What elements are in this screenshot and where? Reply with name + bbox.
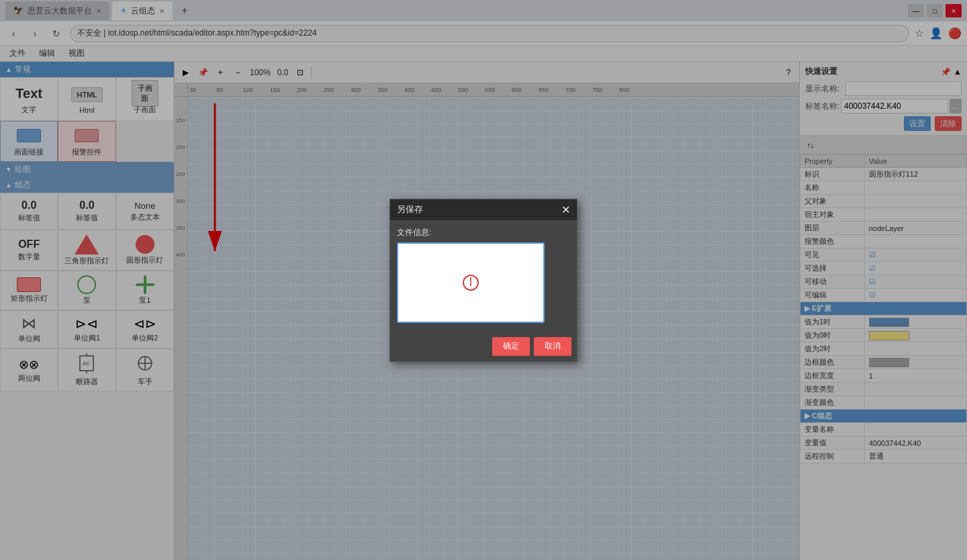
modal-overlay[interactable]: 另保存 ✕ 文件信息: I 确定 取消 <box>0 0 967 560</box>
modal-body: 文件信息: I <box>390 220 577 332</box>
textarea-container: I <box>397 242 545 323</box>
file-info-label: 文件信息: <box>397 227 570 238</box>
file-info-textarea[interactable] <box>397 242 545 323</box>
modal-cancel-button[interactable]: 取消 <box>534 337 571 356</box>
modal-title: 另保存 <box>397 203 423 216</box>
save-as-dialog: 另保存 ✕ 文件信息: I 确定 取消 <box>389 199 578 362</box>
modal-close-button[interactable]: ✕ <box>561 203 570 216</box>
modal-footer: 确定 取消 <box>390 332 577 361</box>
modal-header: 另保存 ✕ <box>390 199 577 220</box>
modal-confirm-button[interactable]: 确定 <box>492 337 530 356</box>
